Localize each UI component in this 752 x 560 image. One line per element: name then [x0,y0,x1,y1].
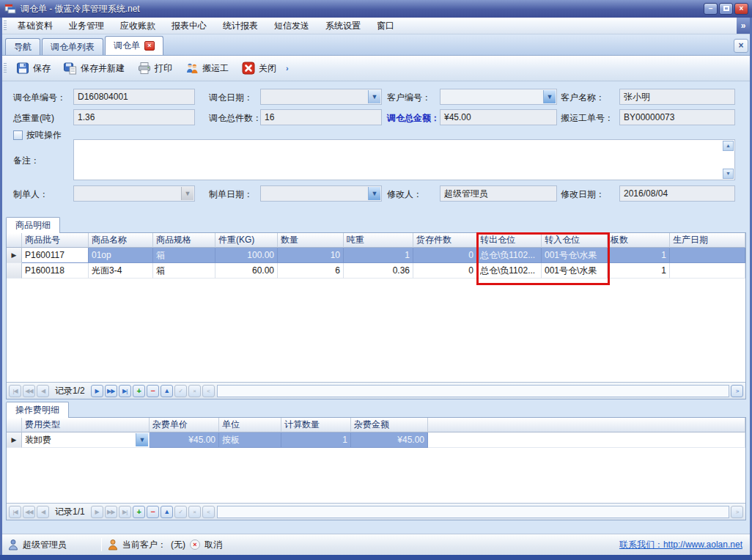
cell-spec[interactable]: 箱 [153,263,215,279]
column-header[interactable]: 杂费金额 [351,418,428,432]
tab-close-icon[interactable]: × [144,41,155,51]
fee-type-dropdown-button[interactable]: ▼ [136,433,148,446]
create-date-field[interactable]: 2016/08/04 ▼ [260,185,382,202]
menu-item-statistics[interactable]: 统计报表 [215,18,266,34]
customer-no-dropdown-button[interactable]: ▼ [543,90,556,103]
column-header[interactable]: 吨重 [344,233,413,248]
creator-field[interactable]: 超级管理员 ▼ [73,185,195,202]
hscroll-right-button[interactable]: > [731,506,743,518]
cell-fee-unit-price[interactable]: ¥45.00 [150,432,219,448]
nav-next-button[interactable]: ▶ [91,385,103,397]
cell-stock-qty[interactable]: 0 [413,248,477,263]
cell-from-location[interactable]: 总仓\负1102... [477,263,542,279]
column-header[interactable]: 货存件数 [413,233,477,248]
nav-edit-button[interactable]: ▲ [161,506,173,518]
cell-pallets[interactable]: 1 [608,248,670,263]
cell-ton[interactable]: 0.36 [344,263,413,279]
transfer-date-field[interactable]: 2016-08-04 15:19:02 ▼ [260,89,382,105]
nav-post-button[interactable]: ✓ [174,385,187,397]
cell-ton[interactable]: 1 [344,248,413,263]
close-window-button[interactable]: × [734,3,748,15]
nav-prev-page-button[interactable]: ◀◀ [23,385,35,397]
column-header[interactable]: 生产日期 [670,233,745,248]
nav-last-button[interactable]: ▶| [119,385,131,397]
tab-transfer-list[interactable]: 调仓单列表 [42,38,103,55]
column-header[interactable]: 件重(KG) [215,233,278,248]
column-header[interactable]: 杂费单价 [150,418,219,432]
cell-qty[interactable]: 6 [278,263,344,279]
hscroll-left-button[interactable]: < [202,385,215,397]
cell-unit-weight[interactable]: 60.00 [215,263,278,279]
nav-post-button[interactable]: ✓ [174,506,187,518]
horizontal-scrollbar[interactable] [217,506,729,518]
creator-dropdown-button[interactable]: ▼ [181,187,193,200]
nav-prev-page-button[interactable]: ◀◀ [23,506,35,518]
minimize-button[interactable]: – [704,3,718,15]
scroll-down-icon[interactable]: ▼ [723,169,734,179]
cell-spec[interactable]: 箱 [153,248,215,263]
nav-next-button[interactable]: ▶ [91,506,103,518]
nav-cancel-button[interactable]: × [188,506,201,518]
modify-date-field[interactable]: 2016/08/04 [619,185,735,202]
cell-production-date[interactable] [670,248,745,263]
cell-pallets[interactable]: 1 [608,263,670,279]
menu-item-report-center[interactable]: 报表中心 [163,18,215,34]
scroll-up-icon[interactable]: ▲ [723,141,734,151]
menu-item-sms[interactable]: 短信发送 [266,18,317,34]
nav-last-button[interactable]: ▶| [119,506,131,518]
cell-to-location[interactable]: 001号仓\水果 [542,248,608,263]
toolbar-grip[interactable] [4,63,7,73]
print-button[interactable]: 打印 [131,59,179,77]
tab-product-detail[interactable]: 商品明细 [6,217,60,233]
cell-batch-no[interactable]: P1600118 [22,263,89,279]
horizontal-scrollbar[interactable] [217,385,729,397]
by-ton-checkbox[interactable]: 按吨操作 [13,129,62,141]
nav-prev-button[interactable]: ◀ [37,506,49,518]
menu-item-settings[interactable]: 系统设置 [317,18,369,34]
table-row[interactable]: ▶ P1600117 01op 箱 100.00 10 1 0 总仓\负1102… [7,248,745,263]
nav-delete-button[interactable]: − [147,385,159,397]
column-header[interactable]: 数量 [278,233,344,248]
tab-fee-detail[interactable]: 操作费明细 [6,402,69,418]
total-qty-field[interactable]: 16 [260,109,382,125]
cell-fee-calc-qty[interactable]: 1 [281,432,351,448]
nav-cancel-button[interactable]: × [188,385,201,397]
total-amount-field[interactable]: ¥45.00 [440,109,557,125]
column-header[interactable]: 单位 [219,418,281,432]
cell-fee-type-editor[interactable]: 装卸费 ▼ [22,432,150,448]
porter-button[interactable]: 搬运工 [179,59,235,77]
cell-unit-weight[interactable]: 100.00 [215,248,278,263]
create-date-dropdown-button[interactable]: ▼ [368,187,380,200]
cell-production-date[interactable] [670,263,745,279]
cell-product-name[interactable]: 光面3-4 [89,263,153,279]
porter-no-field[interactable]: BY00000073 [619,109,735,125]
remark-textarea[interactable]: ▲ ▼ [73,139,735,180]
hscroll-right-button[interactable]: > [731,385,743,397]
nav-add-button[interactable]: + [133,506,145,518]
cell-fee-amount[interactable]: ¥45.00 [351,432,428,448]
menu-grip[interactable] [4,21,7,31]
column-header[interactable]: 费用类型 [22,418,150,432]
cell-stock-qty[interactable]: 0 [413,263,477,279]
tab-navigation[interactable]: 导航 [5,38,40,55]
title-bar[interactable]: 调仓单 - 傲蓝冷库管理系统.net – × [0,0,752,18]
maximize-button[interactable] [719,3,733,15]
menu-item-window[interactable]: 窗口 [369,18,402,34]
nav-prev-button[interactable]: ◀ [37,385,49,397]
hscroll-left-button[interactable]: < [202,506,215,518]
transfer-date-dropdown-button[interactable]: ▼ [368,90,380,103]
cell-product-name[interactable]: 01op [89,248,153,263]
cell-to-location[interactable]: 001号仓\水果 [542,263,608,279]
cancel-customer-icon[interactable]: × [190,539,200,550]
menu-item-business[interactable]: 业务管理 [61,18,112,34]
cell-qty[interactable]: 10 [278,248,344,263]
column-header[interactable]: 商品规格 [153,233,215,248]
cell-fee-unit[interactable]: 按板 [219,432,281,448]
column-header[interactable]: 板数 [608,233,670,248]
total-weight-field[interactable]: 1.36 [73,109,195,125]
nav-next-page-button[interactable]: ▶▶ [105,506,117,518]
column-header[interactable]: 转出仓位 [477,233,542,248]
cell-batch-no[interactable]: P1600117 [22,248,89,263]
tab-transfer-order[interactable]: 调仓单 × [105,36,163,55]
column-header[interactable]: 商品批号 [22,233,89,248]
